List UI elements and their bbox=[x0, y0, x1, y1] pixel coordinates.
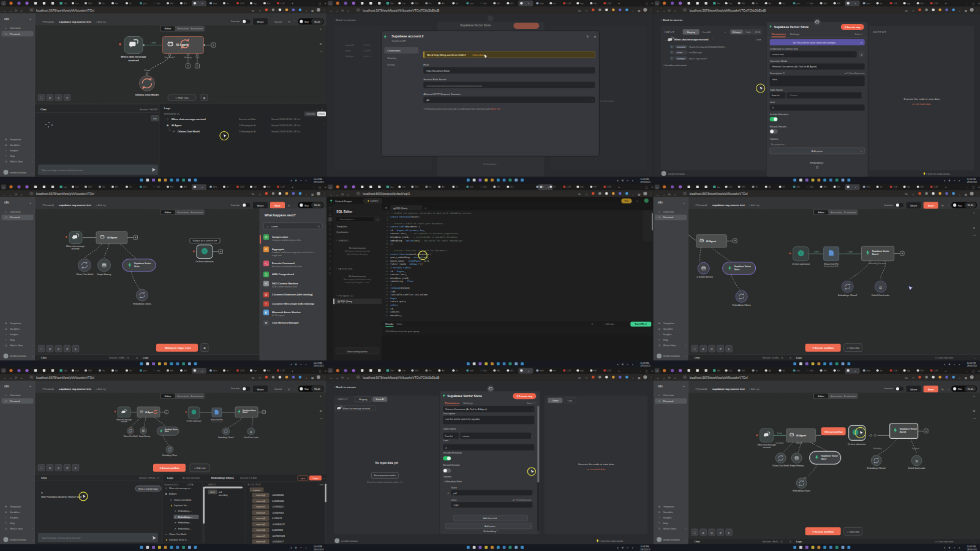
svg-text:vector;: vector; bbox=[411, 216, 420, 218]
svg-text:AI Agent: AI Agent bbox=[172, 124, 182, 127]
svg-text:Supabase Vector: Supabase Vector bbox=[243, 409, 256, 412]
svg-text:Mapping: Mapping bbox=[359, 398, 367, 401]
svg-text:⌄: ⌄ bbox=[861, 150, 862, 153]
svg-text:▢: ▢ bbox=[329, 218, 331, 221]
svg-text:sendMessage: sendMessage bbox=[689, 51, 702, 54]
svg-text:⟳ Clear execution: ⟳ Clear execution bbox=[935, 357, 954, 359]
svg-text:-0.02040327: -0.02040327 bbox=[272, 541, 284, 543]
svg-text:⊞ T | Fixed Expression: ⊞ T | Fixed Expression bbox=[513, 499, 532, 501]
svg-text:—: — bbox=[316, 108, 318, 111]
svg-text:beta: beta bbox=[213, 2, 217, 5]
svg-text:Chat: Chat bbox=[41, 476, 47, 479]
svg-text:⌄: ⌄ bbox=[861, 66, 863, 68]
svg-text:Su: Su bbox=[102, 2, 105, 5]
svg-text:When chat message received: When chat message received bbox=[674, 38, 709, 41]
svg-text:≡ Metadata Filter: ≡ Metadata Filter bbox=[444, 481, 462, 483]
svg-text:Int: Int bbox=[783, 2, 785, 5]
svg-text:Details: Details bbox=[387, 63, 395, 66]
svg-text:): ) bbox=[390, 284, 391, 286]
svg-text:A S: A S bbox=[837, 2, 841, 5]
svg-text:Hel: Hel bbox=[497, 186, 500, 188]
svg-text:Supabase Vector Store: Supabase Vector Store bbox=[774, 25, 809, 29]
svg-text:⟳: ⟳ bbox=[170, 499, 172, 501]
svg-text:▣: ▣ bbox=[41, 492, 43, 494]
svg-text:⊖: ⊖ bbox=[58, 96, 60, 99]
svg-text:⊕: ⊕ bbox=[49, 96, 51, 99]
svg-text:Supabase API: Supabase API bbox=[391, 40, 406, 42]
svg-text:20: 20 bbox=[385, 277, 388, 279]
svg-text:+: + bbox=[320, 394, 322, 398]
svg-text:←: ← bbox=[657, 192, 660, 196]
svg-text:Lan: Lan bbox=[402, 186, 405, 188]
svg-text:▭: ▭ bbox=[973, 234, 976, 237]
svg-text:ⓘ Enterprise plan users can pu: ⓘ Enterprise plan users can pull in cred… bbox=[423, 108, 491, 110]
svg-text:19: 19 bbox=[385, 273, 388, 276]
svg-text:DEFAULT: DEFAULT bbox=[412, 260, 421, 262]
svg-text:LLM: LLM bbox=[240, 370, 244, 372]
svg-text:6: 6 bbox=[386, 229, 388, 232]
svg-text:Ollama Chat Model: Ollama Chat Model bbox=[174, 499, 191, 501]
svg-text:Inactive: Inactive bbox=[884, 203, 894, 207]
svg-text:Chat: Chat bbox=[695, 540, 701, 543]
svg-text:⌕: ⌕ bbox=[725, 31, 726, 34]
svg-text:Customer Messenger (n8n traini: Customer Messenger (n8n training) bbox=[272, 302, 315, 305]
svg-text:Uni: Uni bbox=[64, 186, 67, 189]
svg-text:AI Agent: AI Agent bbox=[176, 43, 189, 47]
svg-text:Overview: Overview bbox=[10, 26, 21, 29]
svg-text:▢: ▢ bbox=[972, 2, 974, 5]
svg-text:Tip: Get a feel for vector sto: Tip: Get a feel for vector stores with e… bbox=[793, 42, 837, 44]
svg-text:Chat Model*: Chat Model* bbox=[164, 56, 175, 59]
svg-text:Help: Help bbox=[10, 154, 15, 158]
svg-text:Run CTRL ⏎: Run CTRL ⏎ bbox=[635, 323, 647, 325]
svg-text:✕: ✕ bbox=[651, 370, 653, 373]
svg-text:supabase rag course test: supabase rag course test bbox=[712, 387, 745, 390]
svg-text:☆: ☆ bbox=[258, 376, 262, 379]
svg-text:◻: ◻ bbox=[3, 370, 5, 372]
svg-text:LLM: LLM bbox=[934, 370, 938, 372]
svg-text:logi: logi bbox=[907, 186, 910, 188]
svg-text:Bs: Bs bbox=[578, 10, 581, 12]
svg-text:logi: logi bbox=[580, 186, 583, 188]
svg-text:22: 22 bbox=[385, 284, 388, 286]
svg-text:arnold charlatan: arnold charlatan bbox=[663, 539, 680, 541]
svg-text:filter jsonb: filter jsonb bbox=[390, 263, 405, 265]
svg-text:Ollama Chat Model: Ollama Chat Model bbox=[772, 465, 790, 467]
svg-text:Share: Share bbox=[910, 204, 918, 207]
svg-text:16: 16 bbox=[385, 263, 388, 265]
svg-text:+: + bbox=[196, 64, 198, 67]
svg-text:From list: From list bbox=[772, 94, 780, 97]
svg-text:91a23c37ce43ac6e96900bb8903659: 91a23c37ce43ac6e96900bb89036590... bbox=[689, 46, 726, 48]
svg-text:ᯤ: ᯤ bbox=[627, 547, 629, 549]
svg-text:▢: ▢ bbox=[329, 207, 331, 210]
svg-text:Evaluations: Evaluations bbox=[190, 211, 203, 214]
svg-text:Memory: Memory bbox=[796, 442, 802, 444]
svg-text:,: , bbox=[428, 256, 429, 259]
svg-text:When chat message: When chat message bbox=[758, 444, 776, 446]
svg-text:⊖: ⊖ bbox=[710, 531, 713, 534]
svg-text:bak: bak bbox=[810, 186, 814, 188]
svg-text:Started 23:09:03.668, 28 Oct: Started 23:09:03.668, 28 Oct bbox=[271, 131, 300, 133]
svg-text:Logs: Logs bbox=[567, 400, 572, 402]
svg-text:⟲: ⟲ bbox=[941, 204, 944, 207]
svg-text:Hel: Hel bbox=[497, 370, 500, 372]
svg-text:Help: Help bbox=[663, 522, 669, 525]
svg-text:Su: Su bbox=[102, 370, 105, 372]
svg-text:←: ← bbox=[330, 9, 333, 12]
svg-text:⟳ Clear execution: ⟳ Clear execution bbox=[935, 541, 954, 543]
svg-text:localhost:5678/workflow/pVkNuu: localhost:5678/workflow/pVkNuuwkeVTOxl7C… bbox=[363, 9, 440, 12]
svg-text:⚇: ⚇ bbox=[5, 400, 7, 403]
svg-text:∧: ∧ bbox=[944, 180, 946, 182]
svg-text:Embeddings Ollama2: Embeddings Ollama2 bbox=[838, 294, 858, 297]
svg-text:When chat message: When chat message bbox=[116, 419, 132, 421]
svg-text:→: → bbox=[9, 9, 12, 12]
svg-text:⬭ Open chat: ⬭ Open chat bbox=[846, 347, 859, 349]
svg-text:content,: content, bbox=[390, 311, 401, 313]
svg-text:7: 7 bbox=[386, 232, 388, 235]
svg-text:Ad: Ad bbox=[769, 370, 771, 372]
svg-text:Connection: Connection bbox=[387, 49, 401, 52]
svg-text:+: + bbox=[683, 201, 685, 205]
svg-text:Su: Su bbox=[756, 2, 758, 5]
svg-text:⛶: ⛶ bbox=[694, 531, 696, 534]
svg-text:› PRIVATE (1): › PRIVATE (1) bbox=[336, 295, 353, 297]
svg-text:prin: prin bbox=[143, 370, 147, 372]
